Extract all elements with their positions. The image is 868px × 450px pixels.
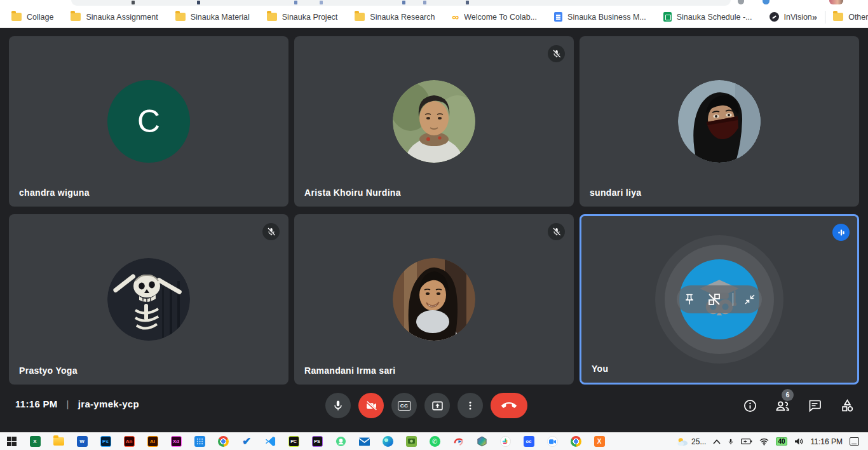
vscode-icon xyxy=(265,436,276,447)
pin-icon[interactable] xyxy=(683,293,696,306)
taskbar-slack[interactable] xyxy=(499,435,512,448)
bookmark-label: Sinauka Assignment xyxy=(86,13,158,22)
bookmark-sinauka-schedule[interactable]: Sinauka Schedule -... xyxy=(663,12,752,22)
more-options-button[interactable] xyxy=(458,393,483,418)
participant-name: sundari liya xyxy=(590,188,641,198)
participant-tile-ramandani[interactable]: Ramandani Irma sari xyxy=(294,214,574,385)
profile-avatar[interactable] xyxy=(829,0,843,4)
people-panel-button[interactable]: 6 xyxy=(774,397,790,414)
battery-icon[interactable] xyxy=(741,438,752,445)
xampp-icon: X xyxy=(594,436,605,447)
bookmark-sinauka-material[interactable]: Sinauka Material xyxy=(175,13,250,22)
participant-tile-arista[interactable]: Arista Khoiru Nurdina xyxy=(294,36,574,207)
zoom-icon xyxy=(547,436,558,447)
bookmark-label: Sinauka Schedule -... xyxy=(677,13,752,22)
taskbar-xampp[interactable]: X xyxy=(593,435,606,448)
meeting-details-button[interactable] xyxy=(742,397,758,414)
taskbar-adobe-xd[interactable]: Xd xyxy=(170,435,182,448)
weather-widget[interactable]: 25... xyxy=(677,437,706,446)
taskbar-vscode[interactable] xyxy=(264,435,276,448)
extension-icon[interactable] xyxy=(763,0,770,4)
captions-button[interactable]: CC xyxy=(391,393,417,418)
hangup-button[interactable] xyxy=(491,393,527,418)
participant-tile-prastyo[interactable]: Prastyo Yoga xyxy=(9,214,288,385)
avatar-photo xyxy=(393,258,475,341)
bookmark-sinauka-research[interactable]: Sinauka Research xyxy=(355,13,435,22)
battery-percent-badge[interactable]: 40 xyxy=(776,437,787,446)
bookmark-sinauka-business[interactable]: Sinauka Business M... xyxy=(554,12,646,22)
volume-icon[interactable] xyxy=(794,437,804,446)
bookmark-sinauka-project[interactable]: Sinauka Project xyxy=(267,13,338,22)
bookmark-welcome-colab[interactable]: ∞ Welcome To Colab... xyxy=(452,13,537,22)
docs-icon xyxy=(554,12,562,22)
mic-off-icon xyxy=(552,227,562,237)
start-button[interactable] xyxy=(5,435,18,448)
taskbar-file-explorer[interactable] xyxy=(52,435,65,448)
other-bookmarks[interactable]: Other bookmarks xyxy=(833,13,868,22)
bookmark-collage[interactable]: Collage xyxy=(11,13,53,22)
wifi-icon[interactable] xyxy=(759,438,769,446)
chat-panel-button[interactable] xyxy=(806,397,823,414)
illustrator-icon: Ai xyxy=(147,436,158,447)
participant-tile-chandra[interactable]: C chandra wiguna xyxy=(9,36,288,207)
taskbar-chrome-2[interactable] xyxy=(569,435,582,448)
camera-off-button[interactable] xyxy=(358,393,384,418)
folder-icon xyxy=(175,13,186,21)
photoshop-icon: Ps xyxy=(100,436,111,447)
taskbar-chrome[interactable] xyxy=(217,435,229,448)
tab-fragment xyxy=(355,1,358,4)
phpstorm-icon: PS xyxy=(312,436,323,447)
meeting-footer-info: 11:16 PM | jra-ymek-ycp xyxy=(15,399,139,409)
grid-off-icon[interactable] xyxy=(707,292,722,307)
tray-clock[interactable]: 11:16 PM xyxy=(811,437,843,446)
activities-button[interactable] xyxy=(839,397,855,414)
taskbar-whatsapp[interactable]: ✆ xyxy=(428,435,441,448)
taskbar-oc-app[interactable]: oc xyxy=(522,435,535,448)
present-button[interactable] xyxy=(424,393,450,418)
info-icon xyxy=(743,399,757,413)
tile-hover-actions xyxy=(677,285,762,313)
cc-icon: CC xyxy=(398,401,411,411)
taskbar-mail[interactable] xyxy=(358,435,370,448)
omnibox-fragment[interactable] xyxy=(71,0,731,6)
browser-toolbar-sliver xyxy=(0,0,868,6)
taskbar-photoshop[interactable]: Ps xyxy=(99,435,112,448)
slack-icon xyxy=(500,436,511,447)
other-bookmarks-label: Other bookmarks xyxy=(848,13,868,22)
participant-tile-sundari[interactable]: sundari liya xyxy=(580,36,859,207)
taskbar-android-app[interactable] xyxy=(334,435,347,448)
taskbar-phpstorm[interactable]: PS xyxy=(311,435,323,448)
taskbar-pycharm[interactable]: PC xyxy=(287,435,300,448)
action-center-icon[interactable] xyxy=(850,437,859,446)
taskbar-edge[interactable] xyxy=(381,435,394,448)
extension-icon[interactable] xyxy=(738,0,744,4)
folder-icon xyxy=(71,13,81,21)
taskbar-camera-app[interactable] xyxy=(405,435,417,448)
file-explorer-icon xyxy=(53,437,64,446)
folder-icon xyxy=(11,13,22,21)
audio-level-badge xyxy=(832,224,850,241)
tab-fragment xyxy=(320,1,323,4)
bookmark-invision[interactable]: InVision xyxy=(770,12,812,22)
taskbar-check-app[interactable]: ✔ xyxy=(240,435,253,448)
taskbar-hexagon-app[interactable] xyxy=(475,435,488,448)
taskbar-illustrator[interactable]: Ai xyxy=(146,435,159,448)
taskbar-word[interactable]: W xyxy=(76,435,88,448)
activities-shapes-icon xyxy=(839,398,855,414)
meet-stage: C chandra wiguna xyxy=(0,28,868,432)
taskbar-zoom[interactable] xyxy=(546,435,559,448)
weather-temp: 25... xyxy=(691,437,706,446)
call-controls: CC xyxy=(325,393,527,418)
tray-mic-icon[interactable] xyxy=(728,437,734,446)
bookmarks-overflow-chevron[interactable]: » xyxy=(812,11,817,22)
divider: | xyxy=(67,399,69,409)
participant-tile-you[interactable]: You xyxy=(580,214,859,385)
bookmark-sinauka-assignment[interactable]: Sinauka Assignment xyxy=(71,13,158,22)
tray-chevron-icon[interactable] xyxy=(713,439,721,444)
minimize-icon[interactable] xyxy=(744,294,756,305)
taskbar-blue-grid-app[interactable] xyxy=(193,435,206,448)
taskbar-origami-app[interactable] xyxy=(452,435,465,448)
mic-button[interactable] xyxy=(325,393,351,418)
taskbar-animate[interactable]: An xyxy=(123,435,135,448)
taskbar-excel[interactable]: X xyxy=(29,435,41,448)
